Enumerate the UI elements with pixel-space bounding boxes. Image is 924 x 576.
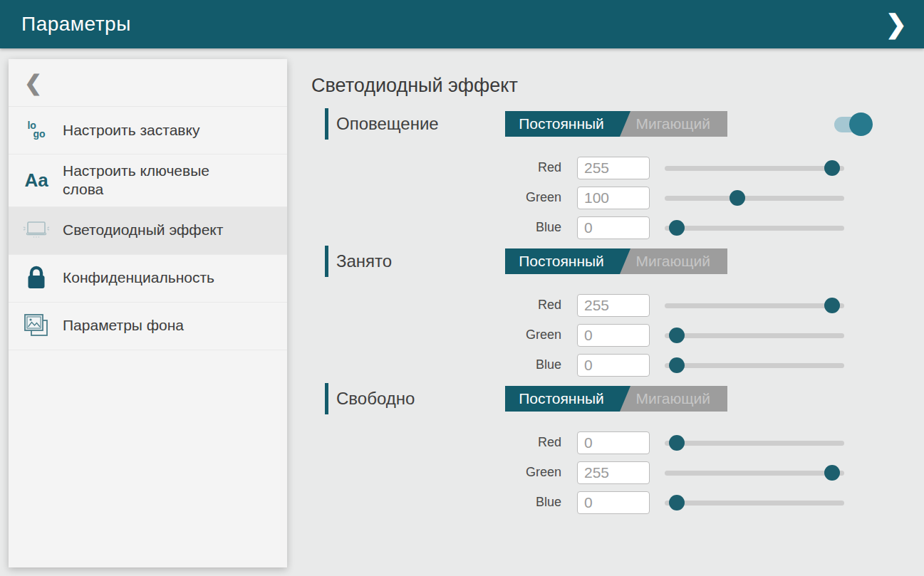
led-section-notification: Оповещение Мигающий Постоянный Red <box>310 108 880 239</box>
settings-sidebar: ❮ logo Настроить заставку Aa Настроить к… <box>9 59 287 567</box>
sidebar-item-privacy[interactable]: Конфиденциальность <box>9 255 287 303</box>
slider-thumb[interactable] <box>669 495 685 510</box>
red-channel-row: Red <box>310 431 880 454</box>
red-label: Red <box>310 298 561 313</box>
green-slider[interactable] <box>665 189 844 206</box>
green-value-input[interactable] <box>577 187 650 209</box>
led-section-free: Свободно Мигающий Постоянный Red Green <box>310 383 880 514</box>
blue-channel-row: Blue <box>310 491 880 514</box>
mode-constant-button[interactable]: Постоянный <box>505 111 630 137</box>
section-accent-bar <box>325 383 328 414</box>
led-section-busy: Занято Мигающий Постоянный Red Green <box>310 246 880 377</box>
slider-thumb[interactable] <box>824 465 840 481</box>
slider-track <box>665 363 844 368</box>
red-value-input[interactable] <box>577 157 650 179</box>
blue-value-input[interactable] <box>577 491 650 514</box>
back-chevron-icon: ❮ <box>24 70 42 95</box>
logo-icon: logo <box>20 122 53 139</box>
sidebar-item-led-effect[interactable]: Светодиодный эффект <box>9 207 287 255</box>
app-header: Параметры ❯ <box>0 0 924 48</box>
lock-icon <box>20 266 53 291</box>
green-label: Green <box>310 190 561 205</box>
blue-slider[interactable] <box>665 219 844 236</box>
slider-track <box>665 303 844 308</box>
slider-thumb[interactable] <box>730 190 745 206</box>
red-value-input[interactable] <box>577 431 650 454</box>
blue-value-input[interactable] <box>577 216 650 239</box>
red-label: Red <box>310 160 561 175</box>
sidebar-item-screensaver[interactable]: logo Настроить заставку <box>9 107 287 155</box>
red-label: Red <box>310 435 561 450</box>
blue-slider[interactable] <box>665 494 844 511</box>
slider-track <box>665 226 844 231</box>
sidebar-item-label: Настроить ключевые слова <box>63 162 241 199</box>
green-value-input[interactable] <box>577 461 650 484</box>
slider-track <box>665 471 844 476</box>
switch-thumb <box>849 112 873 136</box>
slider-track <box>665 441 844 446</box>
led-monitor-icon <box>20 219 53 243</box>
section-accent-bar <box>325 108 328 140</box>
section-page-title: Светодиодный эффект <box>311 74 880 98</box>
red-channel-row: Red <box>310 156 880 179</box>
blue-label: Blue <box>310 357 561 372</box>
mode-toggle: Мигающий Постоянный <box>505 248 727 274</box>
slider-thumb[interactable] <box>669 357 685 373</box>
sidebar-item-keywords[interactable]: Aa Настроить ключевые слова <box>9 155 287 207</box>
blue-label: Blue <box>310 495 561 510</box>
green-channel-row: Green <box>310 461 880 484</box>
red-channel-row: Red <box>310 293 880 317</box>
slider-track <box>665 501 844 506</box>
red-slider[interactable] <box>665 434 844 451</box>
red-slider[interactable] <box>665 159 844 177</box>
slider-thumb[interactable] <box>669 435 685 451</box>
blue-channel-row: Blue <box>310 353 880 377</box>
slider-thumb[interactable] <box>669 328 685 343</box>
sidebar-item-label: Настроить заставку <box>63 121 199 140</box>
slider-thumb[interactable] <box>669 220 685 236</box>
background-images-icon <box>20 313 53 340</box>
red-value-input[interactable] <box>577 294 650 317</box>
green-label: Green <box>310 328 561 342</box>
sidebar-collapse-button[interactable]: ❮ <box>9 59 287 107</box>
red-slider[interactable] <box>665 297 844 314</box>
forward-chevron-icon[interactable]: ❯ <box>881 9 911 40</box>
slider-track <box>665 196 844 201</box>
blue-channel-row: Blue <box>310 216 880 239</box>
green-slider[interactable] <box>665 464 844 481</box>
green-value-input[interactable] <box>577 324 650 347</box>
section-accent-bar <box>325 246 328 277</box>
sidebar-item-label: Светодиодный эффект <box>63 221 223 239</box>
mode-constant-button[interactable]: Постоянный <box>505 386 630 412</box>
sidebar-item-label: Конфиденциальность <box>63 268 214 287</box>
keywords-aa-icon: Aa <box>20 171 53 189</box>
page-title: Параметры <box>21 13 131 36</box>
green-label: Green <box>310 465 561 480</box>
slider-thumb[interactable] <box>824 160 840 176</box>
section-title: Оповещение <box>336 114 439 134</box>
sidebar-item-background[interactable]: Параметры фона <box>9 303 287 350</box>
green-slider[interactable] <box>665 327 844 344</box>
slider-track <box>665 333 844 338</box>
blue-slider[interactable] <box>665 357 844 374</box>
mode-constant-button[interactable]: Постоянный <box>505 248 630 274</box>
slider-thumb[interactable] <box>824 298 840 313</box>
blue-value-input[interactable] <box>577 354 650 377</box>
slider-track <box>665 166 844 171</box>
mode-toggle: Мигающий Постоянный <box>505 111 727 137</box>
green-channel-row: Green <box>310 186 880 209</box>
mode-toggle: Мигающий Постоянный <box>505 386 727 412</box>
sidebar-item-label: Параметры фона <box>63 316 184 335</box>
section-title: Свободно <box>336 389 415 409</box>
notification-enable-switch[interactable] <box>834 112 874 137</box>
green-channel-row: Green <box>310 323 880 347</box>
blue-label: Blue <box>310 220 561 235</box>
led-effect-panel: Светодиодный эффект Оповещение Мигающий … <box>310 48 880 520</box>
section-title: Занято <box>336 251 392 271</box>
